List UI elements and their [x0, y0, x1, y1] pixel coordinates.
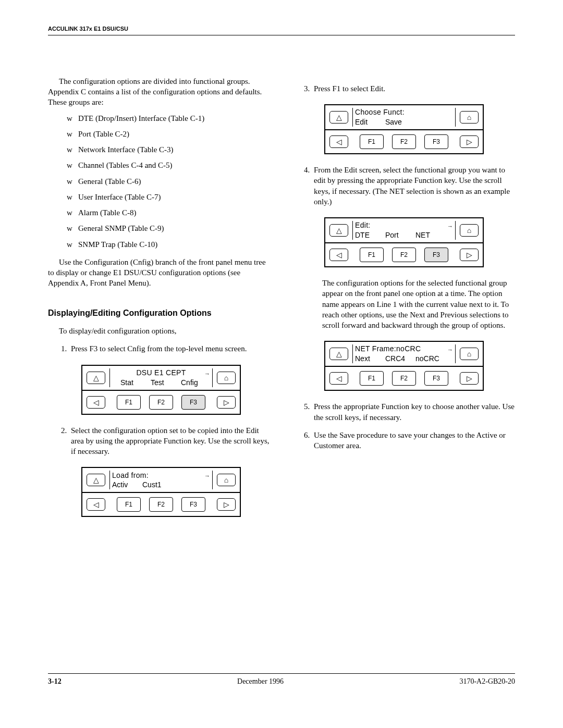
up-icon[interactable]: △	[329, 111, 348, 124]
f3-button[interactable]: F3	[181, 395, 205, 410]
step-1: Press F3 to select Cnfig from the top-le…	[69, 343, 272, 414]
home-icon[interactable]: ⌂	[460, 224, 479, 237]
softkey-label: Port	[385, 230, 406, 240]
lcd-panel-5: △ NET Frame:noCRC Next CRC4 noCRC → ⌂	[324, 341, 484, 391]
softkey-label: DTE	[355, 230, 376, 240]
f2-button[interactable]: F2	[149, 395, 173, 410]
step-3: Press F1 to select Edit. △ Choose Funct:…	[312, 83, 515, 154]
step-2: Select the configuration option set to b…	[69, 425, 272, 517]
lcd-line1: NET Frame:noCRC	[355, 344, 453, 354]
step-text: Press F1 to select Edit.	[314, 84, 385, 93]
up-icon[interactable]: △	[329, 224, 348, 237]
softkey-label: Cnfig	[181, 378, 202, 388]
lcd-line1: DSU E1 CEPT	[136, 368, 186, 378]
f3-button[interactable]: F3	[424, 134, 448, 149]
doc-number: 3170-A2-GB20-20	[459, 677, 515, 687]
step-6: Use the Save procedure to save your chan…	[312, 430, 515, 451]
home-icon[interactable]: ⌂	[460, 348, 479, 360]
softkey-label: CRC4	[385, 354, 406, 364]
config-group-label: Alarm (Table C-8)	[78, 208, 136, 217]
left-icon[interactable]: ◁	[87, 396, 105, 409]
right-icon[interactable]: ▷	[217, 498, 236, 511]
f1-button[interactable]: F1	[117, 497, 141, 512]
lcd-softkeys: DTE Port NET	[355, 230, 453, 240]
left-icon[interactable]: ◁	[329, 249, 348, 261]
function-keys: F1 F2 F3	[352, 371, 456, 386]
softkey-label: noCRC	[415, 354, 439, 364]
softkey-label: Activ	[112, 480, 133, 490]
f1-button[interactable]: F1	[117, 395, 141, 410]
f3-button[interactable]: F3	[424, 371, 448, 386]
up-icon[interactable]: △	[87, 372, 105, 384]
lcd-line1: Edit:	[355, 220, 453, 230]
config-group-label: General SNMP (Table C-9)	[78, 224, 164, 232]
more-arrow-icon: →	[204, 472, 210, 480]
lcd-softkeys: Next CRC4 noCRC	[355, 354, 453, 364]
f1-button[interactable]: F1	[360, 371, 384, 386]
f1-button[interactable]: F1	[360, 134, 384, 149]
config-group-item: wPort (Table C-2)	[67, 129, 272, 139]
home-icon[interactable]: ⌂	[460, 111, 479, 124]
lcd-panel-4: △ Edit: DTE Port NET → ⌂	[324, 217, 484, 267]
steps-left: Press F3 to select Cnfig from the top-le…	[48, 343, 272, 517]
left-icon[interactable]: ◁	[87, 498, 105, 511]
config-group-item: wDTE (Drop/Insert) Interface (Table C-1)	[67, 113, 272, 124]
use-config-paragraph: Use the Configuration (Cnfig) branch of …	[48, 257, 272, 289]
home-icon[interactable]: ⌂	[217, 474, 236, 486]
f3-button[interactable]: F3	[181, 497, 205, 512]
step-text: Use the Save procedure to save your chan…	[314, 431, 506, 450]
steps-right-2: Press the appropriate Function key to ch…	[291, 401, 515, 451]
config-group-item: wGeneral (Table C-6)	[67, 176, 272, 187]
config-group-item: wSNMP Trap (Table C-10)	[67, 239, 272, 250]
f3-button[interactable]: F3	[424, 248, 448, 262]
lcd-line1: Choose Funct:	[355, 107, 453, 117]
lcd-panel-3: △ Choose Funct: Edit Save ⌂ ◁	[324, 104, 484, 154]
more-arrow-icon: →	[447, 346, 453, 354]
lcd-screen: DSU E1 CEPT Stat Test Cnfig →	[109, 368, 213, 387]
page-header: ACCULINK 317x E1 DSU/CSU	[48, 25, 515, 35]
config-group-label: General (Table C-6)	[78, 177, 141, 186]
right-icon[interactable]: ▷	[217, 396, 236, 409]
softkey-label: Cust1	[142, 480, 163, 490]
step-text: Select the configuration option set to b…	[71, 426, 270, 456]
lcd-screen: Choose Funct: Edit Save	[352, 108, 456, 127]
config-group-label: DTE (Drop/Insert) Interface (Table C-1)	[78, 114, 204, 122]
config-group-item: wNetwork Interface (Table C-3)	[67, 144, 272, 155]
content-columns: The configuration options are divided in…	[48, 76, 515, 528]
lcd-line1: Load from:	[112, 471, 210, 480]
f2-button[interactable]: F2	[392, 134, 416, 149]
function-keys: F1 F2 F3	[109, 497, 213, 512]
right-icon[interactable]: ▷	[460, 372, 479, 385]
more-arrow-icon: →	[204, 370, 210, 378]
f2-button[interactable]: F2	[392, 248, 416, 262]
up-icon[interactable]: △	[87, 474, 105, 486]
config-group-item: wChannel (Tables C-4 and C-5)	[67, 160, 272, 170]
steps-right-1: Press F1 to select Edit. △ Choose Funct:…	[291, 83, 515, 391]
softkey-label: Stat	[120, 378, 141, 388]
lcd-softkeys: Edit Save	[355, 117, 453, 127]
page-number: 3-12	[48, 677, 62, 687]
left-icon[interactable]: ◁	[329, 135, 348, 148]
config-group-label: Network Interface (Table C-3)	[78, 145, 174, 154]
config-group-item: wUser Interface (Table C-7)	[67, 192, 272, 202]
f2-button[interactable]: F2	[392, 371, 416, 386]
to-display-paragraph: To display/edit configuration options,	[48, 326, 272, 336]
up-icon[interactable]: △	[329, 348, 348, 360]
home-icon[interactable]: ⌂	[217, 372, 236, 384]
right-icon[interactable]: ▷	[460, 249, 479, 261]
right-icon[interactable]: ▷	[460, 135, 479, 148]
f2-button[interactable]: F2	[149, 497, 173, 512]
f1-button[interactable]: F1	[360, 248, 384, 262]
step-text: Press F3 to select Cnfig from the top-le…	[71, 344, 247, 353]
right-column: Press F1 to select Edit. △ Choose Funct:…	[291, 76, 515, 528]
lcd-panel-1: △ DSU E1 CEPT Stat Test Cnfig → ⌂	[81, 365, 241, 415]
lcd-panel-2: △ Load from: Activ Cust1 → ⌂ ◁	[81, 467, 241, 517]
config-group-label: User Interface (Table C-7)	[78, 193, 161, 201]
step-4: From the Edit screen, select the functio…	[312, 165, 515, 391]
step-text: From the Edit screen, select the functio…	[314, 166, 510, 206]
footer-date: December 1996	[237, 677, 284, 687]
left-icon[interactable]: ◁	[329, 372, 348, 385]
config-group-label: Port (Table C-2)	[78, 130, 129, 138]
softkey-label: Edit	[355, 117, 376, 127]
config-group-label: Channel (Tables C-4 and C-5)	[78, 161, 173, 169]
